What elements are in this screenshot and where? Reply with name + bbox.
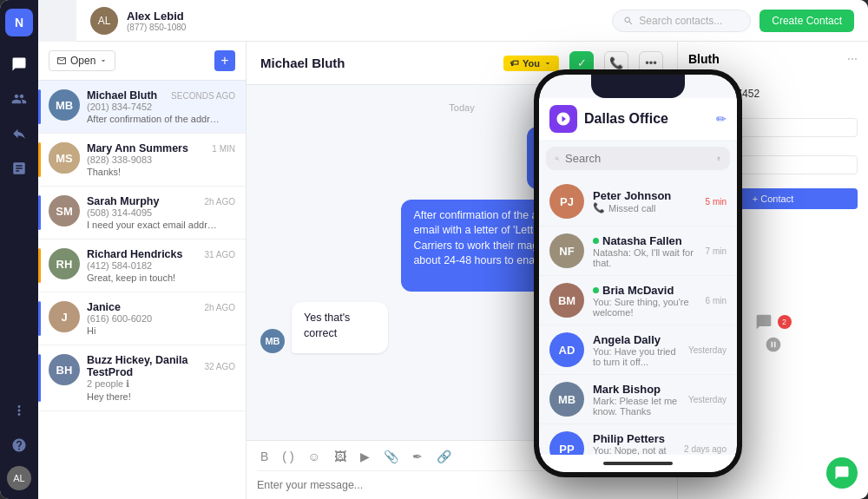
more-options-icon[interactable]: ⋯ xyxy=(847,53,858,65)
contact-item[interactable]: RH Richard Hendricks 31 AGO (412) 584-01… xyxy=(38,240,246,292)
chat-widget-btn[interactable] xyxy=(826,457,858,489)
online-indicator xyxy=(593,287,599,293)
phone-contact-name: Philip Petters xyxy=(593,432,675,445)
add-contact-btn[interactable]: + xyxy=(214,50,235,71)
contact-item[interactable]: J Janice 2h AGO (616) 600-6020 Hi xyxy=(38,292,246,345)
user-info: Alex Lebid (877) 850-1080 xyxy=(127,10,603,32)
sender-avatar: MB xyxy=(260,329,285,353)
phone-contact-time: 6 min xyxy=(706,296,727,305)
phone-contact-item[interactable]: NF Natasha Fallen Natasha: Ok, I'll wait… xyxy=(539,227,737,276)
phone-contact-time: Yesterday xyxy=(688,395,727,404)
phone-contact-sub: 📞 Missed call xyxy=(593,202,697,213)
contact-item[interactable]: BH Buzz Hickey, Danila TestProd 32 AGO 2… xyxy=(38,345,246,411)
signature-btn[interactable]: ✒ xyxy=(409,448,426,465)
link-btn[interactable]: 🔗 xyxy=(433,448,455,465)
phone-app-icon xyxy=(549,105,577,133)
video-btn[interactable]: ▶ xyxy=(357,448,373,465)
contact-info: Richard Hendricks 31 AGO (412) 584-0182 … xyxy=(87,248,235,283)
contact-avatar: MS xyxy=(49,142,80,174)
sidebar-item-contacts[interactable] xyxy=(5,85,33,113)
contact-list-header: Open + xyxy=(38,42,246,81)
missed-call-icon: 📞 xyxy=(593,202,605,213)
contact-list-panel: Open + MB Michael Bluth SECONDS AGO (201 xyxy=(38,42,247,499)
phone-contact-time: 7 min xyxy=(706,246,727,256)
contact-info: Janice 2h AGO (616) 600-6020 Hi xyxy=(87,301,235,336)
phone-contact-name: Peter Johnson xyxy=(593,189,697,202)
phone-contact-avatar: BM xyxy=(549,283,584,318)
contact-time: 32 AGO xyxy=(204,362,235,371)
phone-contact-info: Natasha Fallen Natasha: Ok, I'll wait fo… xyxy=(593,234,697,268)
contact-info: Sarah Murphy 2h AGO (508) 314-4095 I nee… xyxy=(87,195,235,230)
sidebar-item-reports[interactable] xyxy=(5,154,33,182)
contact-item[interactable]: MS Mary Ann Summers 1 MIN (828) 338-9083… xyxy=(38,134,246,187)
phone-contact-info: Peter Johnson 📞 Missed call xyxy=(593,189,697,213)
sidebar-item-settings[interactable] xyxy=(5,397,33,424)
contact-avatar: SM xyxy=(49,195,80,227)
phone-contact-item[interactable]: AD Angela Dally You: Have you tried to t… xyxy=(539,325,737,375)
phone-contact-sub: Natasha: Ok, I'll wait for that. xyxy=(593,247,697,268)
contact-time: SECONDS AGO xyxy=(171,91,235,101)
sidebar-item-help[interactable] xyxy=(5,431,33,459)
unread-badge: 2 xyxy=(778,315,792,329)
contact-name: Mary Ann Summers xyxy=(87,142,188,154)
contact-phone: (412) 584-0182 xyxy=(87,260,235,271)
contact-name: Sarah Murphy xyxy=(87,195,159,207)
create-contact-button[interactable]: Create Contact xyxy=(760,10,854,32)
phone-contact-name: Natasha Fallen xyxy=(593,234,697,247)
phone-contact-name: Mark Bishop xyxy=(593,383,680,396)
phone-contact-sub: Mark: Please let me know. Thanks xyxy=(593,396,680,417)
chat-tag[interactable]: 🏷 You xyxy=(503,56,559,71)
attachment-btn[interactable]: 📎 xyxy=(380,448,402,465)
phone-contact-time: 5 min xyxy=(706,197,727,207)
contact-avatar: BH xyxy=(49,354,80,385)
phone-modal: Dallas Office ✏ PJ Peter Johnson 📞 Misse… xyxy=(534,69,742,477)
phone-search[interactable] xyxy=(546,147,730,170)
svg-text:MS: MS xyxy=(56,152,73,165)
phone-contact-avatar: NF xyxy=(549,233,584,268)
user-name: Alex Lebid xyxy=(127,10,603,23)
contact-info: Mary Ann Summers 1 MIN (828) 338-9083 Th… xyxy=(87,142,235,177)
phone-contacts-list: PJ Peter Johnson 📞 Missed call 5 min NF xyxy=(539,177,737,455)
app-logo[interactable]: N xyxy=(5,9,33,36)
contact-time: 2h AGO xyxy=(204,197,235,207)
contact-name: Janice xyxy=(87,301,121,313)
phone-contact-info: Angela Dally You: Have you tried to turn… xyxy=(593,333,680,367)
contact-name: Buzz Hickey, Danila TestProd xyxy=(87,354,204,378)
contact-time: 1 MIN xyxy=(212,144,235,154)
phone-search-input[interactable] xyxy=(565,152,711,165)
contact-preview: Thanks! xyxy=(87,167,221,177)
emoji-btn[interactable]: ☺ xyxy=(305,448,324,465)
phone-contact-info: Philip Petters You: Nope, not at all. xyxy=(593,432,675,456)
sidebar-item-broadcast[interactable] xyxy=(5,120,33,148)
search-contacts-box[interactable]: Search contacts... xyxy=(612,10,751,32)
contact-preview: Hi xyxy=(87,325,221,336)
contact-name: Richard Hendricks xyxy=(87,248,182,260)
phone-contact-sub: You: Sure thing, you're welcome! xyxy=(593,297,697,318)
phone-contact-info: Mark Bishop Mark: Please let me know. Th… xyxy=(593,383,680,417)
search-placeholder: Search contacts... xyxy=(639,15,722,27)
contact-item[interactable]: MB Michael Bluth SECONDS AGO (201) 834-7… xyxy=(38,81,246,134)
phone-contact-item[interactable]: BM Bria McDavid You: Sure thing, you're … xyxy=(539,276,737,325)
message-text: Yes that's correct xyxy=(304,311,376,341)
sidebar-item-chat[interactable] xyxy=(5,50,33,78)
right-panel-header: Bluth ⋯ xyxy=(688,52,858,66)
online-indicator xyxy=(593,238,599,244)
italic-btn[interactable]: ( ) xyxy=(279,448,297,465)
image-btn[interactable]: 🖼 xyxy=(331,448,350,465)
phone-contact-avatar: MB xyxy=(549,382,584,417)
phone-contact-item[interactable]: MB Mark Bishop Mark: Please let me know.… xyxy=(539,375,737,424)
phone-contact-item[interactable]: PJ Peter Johnson 📞 Missed call 5 min xyxy=(539,177,737,227)
contact-item[interactable]: SM Sarah Murphy 2h AGO (508) 314-4095 I … xyxy=(38,187,246,240)
open-dropdown-btn[interactable]: Open xyxy=(49,50,115,71)
message-input[interactable] xyxy=(257,479,667,491)
contact-phone: (508) 314-4095 xyxy=(87,207,235,218)
phone-edit-icon[interactable]: ✏ xyxy=(716,112,727,126)
contact-time: 31 AGO xyxy=(204,250,235,259)
contact-time: 2h AGO xyxy=(204,303,235,312)
user-avatar-sidebar[interactable]: AL xyxy=(7,466,31,490)
message-bubble-3: Yes that's correct xyxy=(292,302,388,353)
phone-home-indicator xyxy=(603,462,673,465)
phone-contact-item[interactable]: PP Philip Petters You: Nope, not at all.… xyxy=(539,424,737,455)
bold-btn[interactable]: B xyxy=(257,448,272,465)
contact-avatar: MB xyxy=(49,89,80,121)
